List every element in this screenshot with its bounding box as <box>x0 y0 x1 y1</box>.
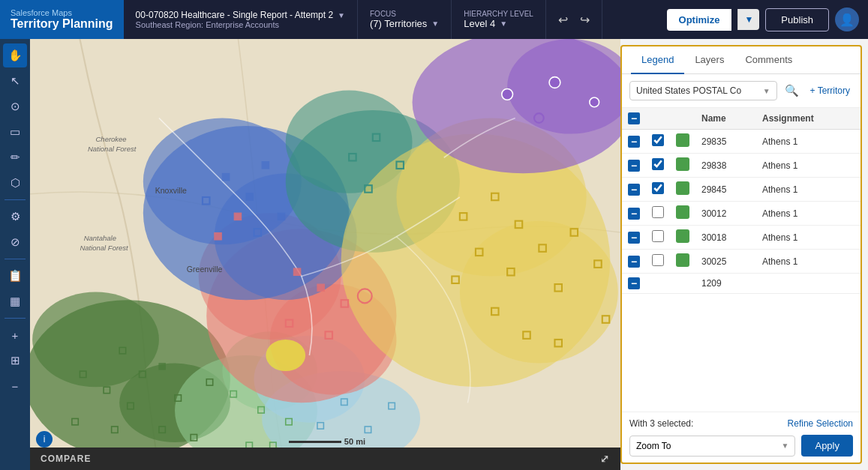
svg-rect-46 <box>246 193 253 200</box>
clear-tool[interactable]: ⊘ <box>3 230 27 254</box>
col-check-header <box>646 108 670 130</box>
tab-layers[interactable]: Layers <box>684 46 734 74</box>
row-name: 30025 <box>695 250 756 274</box>
legend-table: − Name Assignment −29835Athens 1−29838At… <box>622 108 860 412</box>
row-minus-button[interactable]: − <box>628 184 640 196</box>
filter-select-arrow: ▼ <box>763 87 770 95</box>
lasso-tool[interactable]: ⬡ <box>3 171 27 195</box>
row-minus-button[interactable]: − <box>628 208 640 220</box>
row-minus-button[interactable]: − <box>628 160 640 172</box>
focus-value: (7) Territories <box>370 18 427 29</box>
pan-tool[interactable]: ✋ <box>3 43 27 67</box>
undo-button[interactable]: ↩ <box>554 10 572 30</box>
table-header-row: − Name Assignment <box>622 108 860 130</box>
legend-tabs: Legend Layers Comments <box>622 46 860 74</box>
zoom-out-button[interactable]: − <box>3 374 27 398</box>
color-swatch <box>676 133 689 147</box>
row-minus-button[interactable]: − <box>628 232 640 244</box>
table-row: −29845Athens 1 <box>622 178 860 202</box>
row-name: 29835 <box>695 130 756 154</box>
redo-button[interactable]: ↪ <box>575 10 594 30</box>
report-arrow: ▼ <box>338 11 345 19</box>
refine-selection-link[interactable]: Refine Selection <box>788 418 853 429</box>
compare-label: COMPARE <box>41 454 91 464</box>
draw-tool[interactable]: ✏ <box>3 145 27 169</box>
svg-text:National Forest: National Forest <box>88 145 137 153</box>
color-swatch <box>676 181 689 195</box>
minus-all-button[interactable]: − <box>628 112 640 124</box>
map-area[interactable]: Knoxville Greenville Cherokee National F… <box>30 39 620 470</box>
publish-button[interactable]: Publish <box>765 8 829 31</box>
brand-subtitle: Territory Planning <box>11 17 113 31</box>
grid-tool[interactable]: ▦ <box>3 289 27 313</box>
action-select-text: Zoom To <box>636 441 671 451</box>
color-swatch <box>676 229 689 243</box>
color-swatch <box>676 157 689 171</box>
legend-panel: Legend Layers Comments United States POS… <box>620 45 862 464</box>
topbar-right: Optimize ▼ Publish 👤 <box>658 0 868 39</box>
brand: Salesforce Maps Territory Planning <box>0 0 124 39</box>
row-checkbox[interactable] <box>652 134 664 146</box>
expand-icon[interactable]: ⤢ <box>600 453 610 465</box>
svg-text:Cherokee: Cherokee <box>96 135 127 143</box>
action-row: Zoom To ▼ Apply <box>629 435 853 457</box>
filter-select[interactable]: United States POSTAL Co ▼ <box>629 81 777 100</box>
row-checkbox[interactable] <box>652 158 664 170</box>
clipboard-tool[interactable]: 📋 <box>3 264 27 288</box>
hierarchy-label: Hierarchy Level <box>464 10 533 18</box>
select-tool[interactable]: ↖ <box>3 69 27 93</box>
svg-point-21 <box>266 340 305 371</box>
zoom-in-button[interactable]: + <box>3 323 27 347</box>
svg-rect-45 <box>222 173 229 180</box>
col-color-header <box>670 108 695 130</box>
left-toolbar: ✋ ↖ ⊙ ▭ ✏ ⬡ ⚙ ⊘ 📋 ▦ + ⊞ − <box>0 39 30 470</box>
user-avatar[interactable]: 👤 <box>835 7 859 31</box>
optimize-button[interactable]: Optimize <box>667 9 732 31</box>
tab-comments[interactable]: Comments <box>734 46 803 74</box>
col-minus-header: − <box>622 108 646 130</box>
svg-text:Nantahale: Nantahale <box>84 234 116 242</box>
row-checkbox[interactable] <box>652 230 664 242</box>
map-info-button[interactable]: i <box>36 431 53 448</box>
zoom-tool[interactable]: ⊙ <box>3 94 27 118</box>
col-assignment-header: Assignment <box>756 108 860 130</box>
svg-text:Greenville: Greenville <box>187 265 223 274</box>
map-svg: Knoxville Greenville Cherokee National F… <box>30 39 620 470</box>
settings-tool[interactable]: ⚙ <box>3 205 27 229</box>
row-assignment: Athens 1 <box>756 226 860 250</box>
focus-section[interactable]: Focus (7) Territories ▼ <box>358 0 452 39</box>
report-section[interactable]: 00-070820 Healthcare - Single Report - A… <box>124 0 358 39</box>
row-checkbox[interactable] <box>652 254 664 266</box>
add-territory-button[interactable]: + Territory <box>807 85 853 96</box>
focus-arrow: ▼ <box>431 19 439 28</box>
table-row: −29835Athens 1 <box>622 130 860 154</box>
table-row: −30012Athens 1 <box>622 202 860 226</box>
row-name: 29838 <box>695 154 756 178</box>
rectangle-tool[interactable]: ▭ <box>3 120 27 144</box>
brand-title: Salesforce Maps <box>11 8 113 17</box>
legend-bottom: With 3 selected: Refine Selection Zoom T… <box>622 412 860 463</box>
filter-search-button[interactable]: 🔍 <box>782 80 803 101</box>
table-row: −29838Athens 1 <box>622 154 860 178</box>
hierarchy-section[interactable]: Hierarchy Level Level 4 ▼ <box>452 0 546 39</box>
scale-label: 50 mi <box>344 437 365 446</box>
row-assignment: Athens 1 <box>756 178 860 202</box>
row-name: 30012 <box>695 202 756 226</box>
add-territory-label: + Territory <box>810 85 850 96</box>
table-row: −1209 <box>622 274 860 294</box>
frame-button[interactable]: ⊞ <box>3 349 27 373</box>
row-minus-button[interactable]: − <box>628 136 640 148</box>
svg-rect-31 <box>159 364 165 370</box>
row-checkbox[interactable] <box>652 206 664 218</box>
row-minus-button[interactable]: − <box>628 277 640 289</box>
tab-legend[interactable]: Legend <box>631 46 684 74</box>
svg-rect-71 <box>293 268 300 275</box>
apply-button[interactable]: Apply <box>801 435 853 457</box>
selected-row: With 3 selected: Refine Selection <box>629 418 853 429</box>
row-checkbox[interactable] <box>652 182 664 194</box>
optimize-dropdown[interactable]: ▼ <box>737 9 759 30</box>
svg-rect-72 <box>317 284 324 291</box>
row-minus-button[interactable]: − <box>628 256 640 268</box>
action-select[interactable]: Zoom To ▼ <box>629 436 795 457</box>
table-row: −30018Athens 1 <box>622 226 860 250</box>
